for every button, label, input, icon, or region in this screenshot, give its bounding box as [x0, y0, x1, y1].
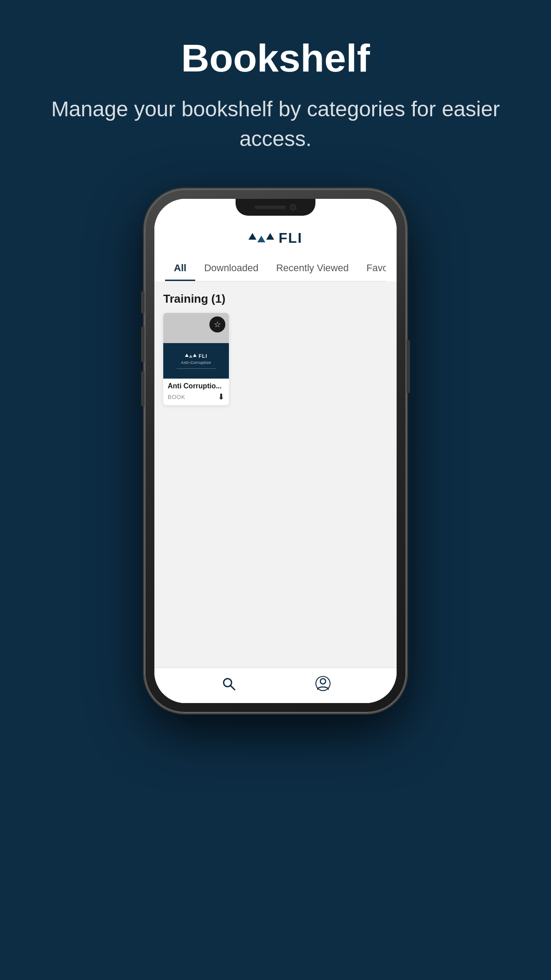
tab-recently-viewed[interactable]: Recently Viewed	[267, 255, 357, 281]
book-cover-lines	[177, 368, 216, 369]
bottom-nav	[154, 668, 397, 703]
svg-line-1	[230, 685, 235, 690]
logo-text: FLI	[279, 230, 303, 246]
cover-logo-triangles	[185, 354, 197, 358]
phone-button-power	[406, 340, 410, 393]
logo-tri-2	[257, 236, 265, 242]
main-content: Training (1)	[154, 281, 397, 668]
tab-favourites[interactable]: Favou...	[358, 255, 386, 281]
search-icon	[220, 676, 236, 692]
nav-item-profile[interactable]	[315, 676, 331, 692]
logo-tri-1	[248, 233, 256, 240]
phone-outer-frame: FLI All Downloaded Recently Viewed Favou…	[145, 189, 406, 713]
nav-item-search[interactable]	[220, 676, 236, 692]
logo-tri-3	[266, 233, 274, 240]
tab-all[interactable]: All	[165, 255, 195, 281]
phone-button-vol-up	[141, 327, 145, 362]
section-title-training: Training (1)	[163, 292, 388, 306]
notch-camera	[290, 204, 296, 210]
tabs-bar: All Downloaded Recently Viewed Favou...	[165, 255, 386, 281]
app-background: Bookshelf Manage your bookshelf by categ…	[0, 0, 551, 980]
svg-point-2	[320, 679, 326, 684]
book-cover-subtitle: Anti-Corruption	[181, 360, 211, 365]
book-card[interactable]: FLI Anti-Corruption ☆	[163, 313, 229, 405]
book-title: Anti Corruptio...	[168, 382, 224, 390]
app-logo: FLI	[248, 230, 303, 246]
cover-logo-text: FLI	[199, 353, 208, 359]
page-header: Bookshelf Manage your bookshelf by categ…	[0, 0, 551, 180]
phone-button-vol-down	[141, 371, 145, 407]
book-cover-logo: FLI	[185, 353, 208, 359]
profile-icon	[315, 676, 331, 692]
cover-tri-2	[189, 355, 193, 358]
phone-screen: FLI All Downloaded Recently Viewed Favou…	[154, 199, 397, 703]
page-title: Bookshelf	[44, 36, 507, 81]
logo-triangles	[248, 234, 274, 242]
phone-notch	[236, 199, 315, 216]
book-type: BOOK	[168, 394, 185, 400]
book-cover-inner: FLI Anti-Corruption	[163, 343, 229, 379]
book-info: Anti Corruptio... BOOK ⬇	[163, 379, 229, 405]
phone-mockup: FLI All Downloaded Recently Viewed Favou…	[145, 189, 406, 713]
app-content: FLI All Downloaded Recently Viewed Favou…	[154, 199, 397, 703]
page-subtitle: Manage your bookshelf by categories for …	[44, 94, 507, 154]
book-cover: FLI Anti-Corruption ☆	[163, 313, 229, 379]
notch-speaker	[255, 205, 286, 209]
download-icon[interactable]: ⬇	[218, 392, 224, 402]
tab-downloaded[interactable]: Downloaded	[195, 255, 267, 281]
cover-tri-1	[185, 354, 189, 357]
cover-tri-3	[193, 354, 197, 357]
phone-button-silent	[141, 291, 145, 313]
star-icon: ☆	[214, 320, 221, 329]
book-meta: BOOK ⬇	[168, 392, 224, 402]
